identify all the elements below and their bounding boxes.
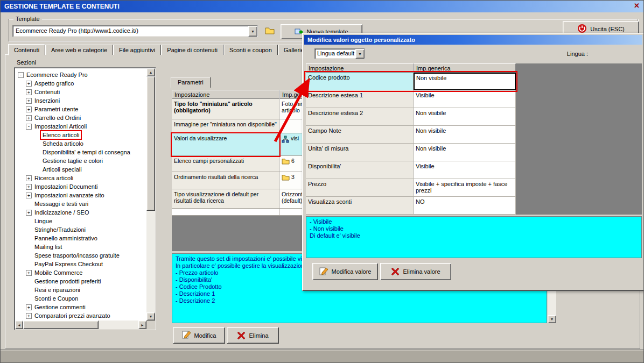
expand-icon[interactable]: + (26, 313, 32, 319)
tab-parametri[interactable]: Parametri (171, 77, 211, 88)
dialog-row[interactable]: Disponibilita'Visibile (306, 161, 516, 179)
tree-item[interactable]: -Ecommerce Ready Pro (17, 70, 146, 79)
tree-item-label[interactable]: Mobile Commerce (33, 269, 83, 276)
tree-vscroll-thumb[interactable] (146, 76, 155, 211)
tree-item-label[interactable]: Impostazioni avanzate sito (33, 192, 106, 198)
delete-button[interactable]: Elimina (227, 327, 279, 344)
tree-item-label[interactable]: Stringhe/Traduzioni (33, 226, 87, 233)
chevron-down-icon[interactable]: ▼ (355, 49, 365, 59)
tree-item[interactable]: +Impostazioni avanzate sito (17, 191, 146, 200)
tree-hscroll-thumb[interactable] (23, 321, 99, 329)
tree-item-label[interactable]: Elenco articoli (41, 132, 80, 138)
dialog-row[interactable]: Campo NoteNon visibile (306, 126, 516, 144)
tree-horizontal-scrollbar[interactable]: ◄ ► (15, 321, 146, 329)
tree-item-label[interactable]: Spese trasporto/incasso gratuite (33, 252, 121, 259)
tree-vscroll-track[interactable] (146, 76, 155, 312)
tree-item-label[interactable]: Gestione prodotti preferiti (33, 278, 102, 284)
tree-item[interactable]: Spese trasporto/incasso gratuite (17, 251, 146, 260)
tree-item-label[interactable]: Mailing list (33, 244, 63, 250)
tree-item[interactable]: Lingue (17, 217, 146, 225)
scroll-right-icon[interactable]: ► (138, 321, 146, 329)
tree-item[interactable]: Disponibilita' e tempi di consegna (17, 148, 146, 156)
dialog-row[interactable]: Unita' di misuraNon visibile (306, 144, 516, 161)
scroll-up-icon[interactable]: ▲ (146, 68, 155, 76)
scroll-left-icon[interactable]: ◄ (15, 321, 23, 329)
expand-icon[interactable]: + (26, 184, 32, 190)
expand-icon[interactable]: + (26, 106, 32, 112)
tree-item[interactable]: -Impostazioni Articoli (17, 122, 146, 131)
tree-item-label[interactable]: Resi e riparazioni (33, 287, 81, 293)
window-titlebar[interactable]: GESTIONE TEMPLATE E CONTENUTI ✕ (1, 1, 643, 12)
tab-contenuti[interactable]: Contenuti (8, 44, 45, 55)
tree-item[interactable]: Resi e riparazioni (17, 286, 146, 294)
tab-aree-web-e-categorie[interactable]: Aree web e categorie (45, 45, 113, 55)
collapse-icon[interactable]: - (18, 72, 24, 78)
tree-item[interactable]: Gestione prodotti preferiti (17, 277, 146, 286)
tab-pagine-di-contenuti[interactable]: Pagine di contenuti (161, 45, 223, 55)
tree-item-label[interactable]: Carrello ed Ordini (33, 115, 82, 121)
dialog-row[interactable]: Visualizza scontiNO (306, 197, 516, 215)
tree-item-label[interactable]: Pannello amministrativo (33, 235, 99, 241)
tree-item[interactable]: Elenco articoli (17, 131, 146, 139)
tree-item[interactable]: Stringhe/Traduzioni (17, 225, 146, 234)
tree-item[interactable]: Messaggi e testi vari (17, 200, 146, 208)
expand-icon[interactable]: + (26, 98, 32, 104)
close-icon[interactable]: ✕ (634, 2, 640, 10)
tree-item[interactable]: Pannello amministrativo (17, 234, 146, 243)
tree-item[interactable]: +Inserzioni (17, 96, 146, 105)
tree-item[interactable]: +Aspetto grafico (17, 79, 146, 88)
template-select[interactable]: Ecommerce Ready Pro (http://www1.codice.… (12, 25, 258, 37)
tree-item-label[interactable]: Aspetto grafico (33, 80, 75, 87)
dialog-row[interactable]: Descrizione estesa 2Non visibile (306, 108, 516, 126)
tree-item[interactable]: +Gestione commenti (17, 303, 146, 311)
dialog-row[interactable]: Codice prodottoNon visibile (306, 73, 516, 90)
chevron-down-icon[interactable]: ▼ (248, 26, 257, 37)
tree-item-label[interactable]: Inserzioni (33, 97, 61, 104)
tree-vertical-scrollbar[interactable]: ▲ ▼ (146, 68, 155, 321)
tree-item[interactable]: +Parametri utente (17, 105, 146, 113)
tree-hscroll-track[interactable] (23, 321, 138, 329)
tree-item-label[interactable]: PayPal Express Checkout (33, 261, 104, 267)
tree-item[interactable]: Scheda articolo (17, 139, 146, 148)
dialog-row[interactable]: PrezzoVisibile + specifica imposte + fas… (306, 179, 516, 197)
tree-item-label[interactable]: Scheda articolo (41, 140, 85, 147)
tree-item[interactable]: +Comparatori prezzi avanzato (17, 311, 146, 320)
tree-item-label[interactable]: Gestione commenti (33, 304, 87, 310)
tree-item-label[interactable]: Ecommerce Ready Pro (25, 72, 89, 78)
tree-item-label[interactable]: Lingue (33, 218, 53, 224)
expand-icon[interactable]: + (26, 304, 32, 310)
tree-item[interactable]: +Mobile Commerce (17, 268, 146, 277)
tree-item[interactable]: Mailing list (17, 243, 146, 251)
tree-item[interactable]: PayPal Express Checkout (17, 260, 146, 268)
scroll-down-icon[interactable]: ▼ (146, 312, 155, 321)
collapse-icon[interactable]: - (26, 124, 32, 130)
delete-value-button[interactable]: Elimina valore (380, 263, 451, 280)
expand-icon[interactable]: + (26, 270, 32, 276)
expand-icon[interactable]: + (26, 193, 32, 198)
expand-icon[interactable]: + (26, 81, 32, 87)
tree-item[interactable]: +Carrello ed Ordini (17, 113, 146, 122)
tree-item-label[interactable]: Articoli speciali (41, 166, 83, 173)
scroll-down-icon[interactable]: ▼ (548, 315, 556, 323)
tree-item[interactable]: Sconti e Coupon (17, 294, 146, 303)
tree-item-label[interactable]: Parametri utente (33, 106, 79, 112)
open-template-button[interactable] (262, 25, 277, 38)
tree-item-label[interactable]: Impostazioni Documenti (33, 183, 99, 190)
tab-sconti-e-coupon[interactable]: Sconti e coupon (223, 45, 278, 55)
tree-item-label[interactable]: Gestione taglie e colori (41, 158, 104, 164)
expand-icon[interactable]: + (26, 210, 32, 216)
tree-item[interactable]: +Indicizzazione / SEO (17, 208, 146, 217)
tree-item-label[interactable]: Messaggi e testi vari (33, 201, 89, 207)
tree-item[interactable]: Gestione taglie e colori (17, 156, 146, 165)
tree-item-label[interactable]: Contenuti (33, 89, 61, 95)
dialog-row[interactable]: Descrizione estesa 1Visibile (306, 90, 516, 108)
modify-value-button[interactable]: Modifica valore (312, 263, 378, 280)
language-select[interactable]: Lingua default ▼ (314, 48, 365, 59)
tree-item-label[interactable]: Impostazioni Articoli (33, 123, 88, 130)
tree-item[interactable]: +Contenuti (17, 88, 146, 96)
tree-item[interactable]: Articoli speciali (17, 165, 146, 174)
modify-button[interactable]: Modifica (173, 327, 225, 344)
tree-item[interactable]: +Impostazioni Documenti (17, 182, 146, 191)
tree-item-label[interactable]: Sconti e Coupon (33, 295, 79, 302)
tree-item-label[interactable]: Comparatori prezzi avanzato (33, 312, 111, 319)
